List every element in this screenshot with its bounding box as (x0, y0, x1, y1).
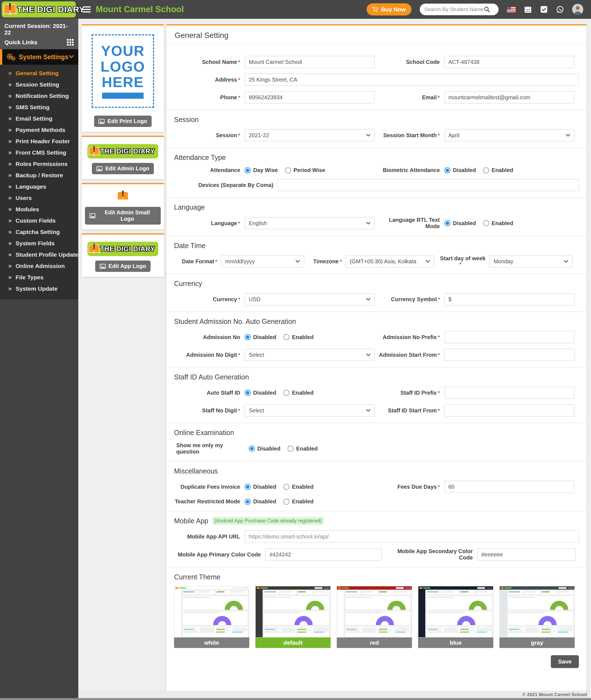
sidebar-item-modules[interactable]: »Modules (0, 204, 78, 215)
sidebar-item-users[interactable]: »Users (0, 192, 78, 204)
biometric-enabled-radio[interactable]: Enabled (483, 167, 513, 173)
theme-option-blue[interactable]: blue (418, 586, 493, 648)
double-chevron-icon: » (8, 206, 12, 213)
sidebar-item-custom-fields[interactable]: »Custom Fields (0, 215, 78, 226)
edit-app-logo-button[interactable]: Edit App Logo (95, 261, 150, 272)
admission-prefix-input[interactable] (444, 331, 574, 343)
auto-staff-enabled-radio[interactable]: Enabled (283, 390, 314, 396)
school-code-input[interactable] (444, 56, 574, 68)
user-avatar[interactable] (572, 4, 583, 15)
menu-toggle-icon[interactable] (82, 5, 91, 14)
save-button[interactable]: Save (551, 655, 579, 668)
sidebar-item-payment-methods[interactable]: »Payment Methods (0, 124, 78, 136)
currency-select[interactable]: USD (245, 293, 375, 305)
teacher-restricted-enabled-radio[interactable]: Enabled (283, 498, 314, 505)
current-session-label: Current Session: 2021-22 (4, 23, 74, 36)
quick-links-grid-icon[interactable] (67, 39, 74, 46)
theme-option-gray[interactable]: gray (500, 586, 575, 648)
staff-digit-select[interactable]: Select (245, 404, 375, 417)
devices-input[interactable] (278, 179, 579, 191)
sidebar-item-sms-setting[interactable]: »SMS Setting (0, 101, 78, 113)
sidebar-item-general-setting[interactable]: »General Setting (0, 67, 78, 79)
whatsapp-icon[interactable] (556, 6, 564, 13)
search-input[interactable] (424, 6, 484, 12)
staff-start-from-input[interactable] (444, 404, 574, 417)
admission-start-from-input[interactable] (444, 349, 574, 361)
attendance-day-wise-radio[interactable]: Day Wise (245, 167, 278, 173)
mobile-primary-color-input[interactable] (265, 548, 382, 561)
duplicate-fees-disabled-radio[interactable]: Disabled (245, 484, 276, 490)
devices-label: Devices (Separate By Coma) (174, 182, 278, 188)
email-input[interactable] (444, 91, 574, 103)
sidebar-item-label: Roles Permissions (15, 161, 68, 167)
section-session: Session Session* 2021-22 Session Start M… (174, 110, 579, 141)
admin-small-logo-card: Edit Admin Small Logo (82, 183, 164, 229)
currency-symbol-input[interactable] (444, 293, 574, 305)
sidebar-item-online-admission[interactable]: »Online Admission (0, 260, 78, 272)
show-question-enabled-radio[interactable]: Enabled (287, 445, 318, 452)
start-day-select[interactable]: Monday (489, 255, 573, 268)
school-name-input[interactable] (245, 56, 375, 68)
sidebar-item-roles-permissions[interactable]: »Roles Permissions (0, 158, 78, 169)
theme-option-red[interactable]: red (337, 586, 412, 648)
attendance-period-wise-radio[interactable]: Period Wise (285, 167, 325, 173)
mobile-api-url-input[interactable] (245, 531, 579, 543)
todo-check-icon[interactable] (540, 6, 548, 13)
sidebar-item-backup-restore[interactable]: »Backup / Restore (0, 169, 78, 181)
session-select[interactable]: 2021-22 (245, 129, 375, 141)
mobile-secondary-color-input[interactable] (477, 548, 576, 561)
auto-staff-disabled-radio[interactable]: Disabled (245, 390, 276, 396)
show-question-disabled-radio[interactable]: Disabled (249, 445, 280, 452)
rtl-enabled-radio[interactable]: Enabled (483, 220, 513, 226)
rtl-disabled-radio[interactable]: Disabled (444, 220, 476, 226)
double-chevron-icon: » (8, 195, 12, 202)
double-chevron-icon: » (8, 240, 12, 247)
top-header-bar: THE DIGI DIARY Mount Carmel School Buy N… (0, 0, 591, 19)
sidebar-item-front-cms-setting[interactable]: »Front CMS Setting (0, 147, 78, 158)
sidebar-item-languages[interactable]: »Languages (0, 181, 78, 192)
theme-option-white[interactable]: white (174, 586, 249, 648)
section-admission: Student Admission No. Auto Generation Ad… (174, 312, 579, 361)
search-icon[interactable] (484, 6, 490, 13)
sidebar-item-label: Student Profile Update (15, 252, 78, 258)
chevron-down-icon (366, 222, 371, 225)
misc-section-title: Miscellaneous (174, 467, 579, 475)
sidebar-item-print-header-footer[interactable]: »Print Header Footer (0, 136, 78, 147)
double-chevron-icon: » (8, 138, 12, 145)
theme-name-label: red (337, 637, 412, 648)
calendar-icon[interactable] (524, 6, 532, 13)
edit-admin-small-logo-button[interactable]: Edit Admin Small Logo (85, 207, 161, 225)
buy-now-button[interactable]: Buy Now (367, 3, 411, 15)
sidebar-item-captcha-setting[interactable]: »Captcha Setting (0, 226, 78, 237)
admission-no-enabled-radio[interactable]: Enabled (283, 334, 314, 341)
language-flag-icon[interactable] (507, 6, 516, 12)
staff-prefix-input[interactable] (444, 387, 574, 399)
double-chevron-icon: » (8, 172, 12, 179)
biometric-disabled-radio[interactable]: Disabled (444, 167, 476, 173)
edit-print-logo-button[interactable]: Edit Print Logo (94, 116, 151, 127)
sidebar-item-session-setting[interactable]: »Session Setting (0, 79, 78, 90)
teacher-restricted-disabled-radio[interactable]: Disabled (245, 498, 276, 505)
sidebar-item-system-fields[interactable]: »System Fields (0, 237, 78, 249)
sidebar-item-student-profile-update[interactable]: »Student Profile Update (0, 249, 78, 260)
sidebar-item-system-settings[interactable]: System Settings (0, 49, 78, 65)
session-start-month-select[interactable]: April (444, 129, 574, 141)
sidebar-item-email-setting[interactable]: »Email Setting (0, 113, 78, 124)
sidebar-item-file-types[interactable]: »File Types (0, 272, 78, 283)
app-logo[interactable]: THE DIGI DIARY (2, 1, 76, 17)
edit-admin-logo-button[interactable]: Edit Admin Logo (92, 163, 153, 174)
sidebar-item-notification-setting[interactable]: »Notification Setting (0, 90, 78, 101)
address-input[interactable] (245, 74, 579, 86)
phone-input[interactable] (245, 91, 375, 103)
language-select[interactable]: English (245, 217, 375, 229)
theme-option-default[interactable]: default (255, 586, 331, 648)
double-chevron-icon: » (8, 149, 12, 156)
timezone-select[interactable]: (GMT+05:30) Asia, Kolkata (345, 255, 434, 268)
admission-digit-select[interactable]: Select (245, 349, 375, 361)
admission-no-disabled-radio[interactable]: Disabled (245, 334, 276, 341)
theme-preview-image (337, 586, 412, 637)
sidebar-item-system-update[interactable]: »System Update (0, 283, 78, 294)
duplicate-fees-enabled-radio[interactable]: Enabled (283, 484, 314, 490)
date-format-select[interactable]: mm/dd/yyyy (221, 255, 304, 268)
fees-due-days-input[interactable] (444, 481, 574, 493)
